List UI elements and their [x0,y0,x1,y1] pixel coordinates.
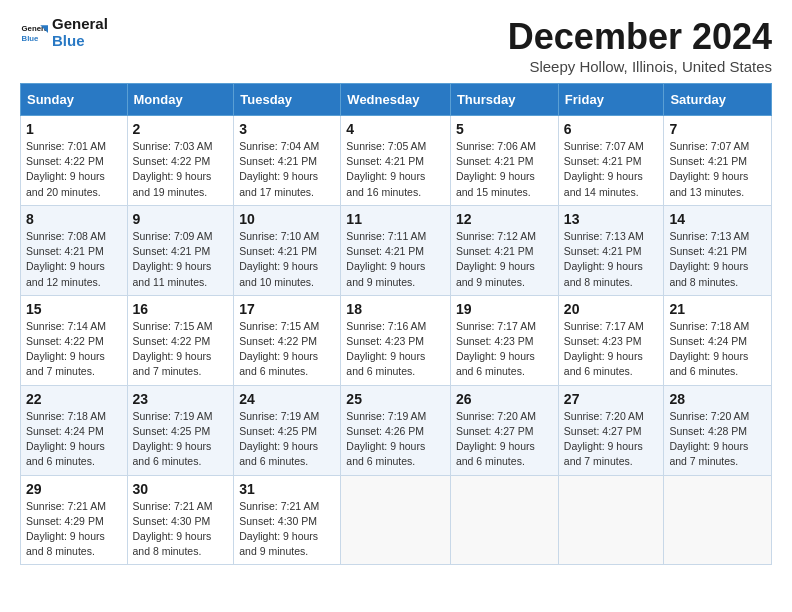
day-header-tuesday: Tuesday [234,84,341,116]
logo-icon: General Blue [20,19,48,47]
calendar-cell: 2Sunrise: 7:03 AMSunset: 4:22 PMDaylight… [127,116,234,206]
day-detail: Sunrise: 7:14 AMSunset: 4:22 PMDaylight:… [26,319,122,380]
day-number: 14 [669,211,766,227]
calendar-cell: 1Sunrise: 7:01 AMSunset: 4:22 PMDaylight… [21,116,128,206]
day-detail: Sunrise: 7:16 AMSunset: 4:23 PMDaylight:… [346,319,445,380]
day-detail: Sunrise: 7:11 AMSunset: 4:21 PMDaylight:… [346,229,445,290]
calendar-cell: 4Sunrise: 7:05 AMSunset: 4:21 PMDaylight… [341,116,451,206]
day-detail: Sunrise: 7:13 AMSunset: 4:21 PMDaylight:… [564,229,659,290]
calendar-cell [341,475,451,565]
calendar-week-4: 22Sunrise: 7:18 AMSunset: 4:24 PMDayligh… [21,385,772,475]
day-number: 16 [133,301,229,317]
calendar-cell: 19Sunrise: 7:17 AMSunset: 4:23 PMDayligh… [450,295,558,385]
day-number: 3 [239,121,335,137]
day-detail: Sunrise: 7:17 AMSunset: 4:23 PMDaylight:… [456,319,553,380]
day-detail: Sunrise: 7:03 AMSunset: 4:22 PMDaylight:… [133,139,229,200]
day-number: 29 [26,481,122,497]
day-number: 7 [669,121,766,137]
day-detail: Sunrise: 7:12 AMSunset: 4:21 PMDaylight:… [456,229,553,290]
day-number: 2 [133,121,229,137]
day-number: 12 [456,211,553,227]
day-number: 9 [133,211,229,227]
day-number: 30 [133,481,229,497]
day-detail: Sunrise: 7:09 AMSunset: 4:21 PMDaylight:… [133,229,229,290]
day-detail: Sunrise: 7:05 AMSunset: 4:21 PMDaylight:… [346,139,445,200]
day-number: 18 [346,301,445,317]
calendar-cell: 14Sunrise: 7:13 AMSunset: 4:21 PMDayligh… [664,205,772,295]
day-number: 6 [564,121,659,137]
day-number: 4 [346,121,445,137]
day-number: 11 [346,211,445,227]
day-number: 15 [26,301,122,317]
day-number: 24 [239,391,335,407]
calendar-cell: 15Sunrise: 7:14 AMSunset: 4:22 PMDayligh… [21,295,128,385]
day-number: 20 [564,301,659,317]
day-detail: Sunrise: 7:19 AMSunset: 4:25 PMDaylight:… [239,409,335,470]
day-number: 27 [564,391,659,407]
calendar-cell [558,475,664,565]
calendar-cell: 5Sunrise: 7:06 AMSunset: 4:21 PMDaylight… [450,116,558,206]
calendar-cell: 6Sunrise: 7:07 AMSunset: 4:21 PMDaylight… [558,116,664,206]
day-number: 17 [239,301,335,317]
day-detail: Sunrise: 7:15 AMSunset: 4:22 PMDaylight:… [133,319,229,380]
day-detail: Sunrise: 7:13 AMSunset: 4:21 PMDaylight:… [669,229,766,290]
day-detail: Sunrise: 7:10 AMSunset: 4:21 PMDaylight:… [239,229,335,290]
day-detail: Sunrise: 7:07 AMSunset: 4:21 PMDaylight:… [669,139,766,200]
day-header-saturday: Saturday [664,84,772,116]
day-number: 10 [239,211,335,227]
day-number: 31 [239,481,335,497]
day-detail: Sunrise: 7:15 AMSunset: 4:22 PMDaylight:… [239,319,335,380]
day-number: 22 [26,391,122,407]
calendar-week-2: 8Sunrise: 7:08 AMSunset: 4:21 PMDaylight… [21,205,772,295]
calendar-table: SundayMondayTuesdayWednesdayThursdayFrid… [20,83,772,565]
day-number: 26 [456,391,553,407]
day-detail: Sunrise: 7:08 AMSunset: 4:21 PMDaylight:… [26,229,122,290]
day-detail: Sunrise: 7:19 AMSunset: 4:26 PMDaylight:… [346,409,445,470]
day-number: 13 [564,211,659,227]
day-detail: Sunrise: 7:18 AMSunset: 4:24 PMDaylight:… [669,319,766,380]
day-header-monday: Monday [127,84,234,116]
day-number: 28 [669,391,766,407]
logo: General Blue General Blue [20,16,108,49]
calendar-cell: 18Sunrise: 7:16 AMSunset: 4:23 PMDayligh… [341,295,451,385]
svg-text:Blue: Blue [22,33,40,42]
calendar-cell: 27Sunrise: 7:20 AMSunset: 4:27 PMDayligh… [558,385,664,475]
title-block: December 2024 Sleepy Hollow, Illinois, U… [508,16,772,75]
calendar-week-3: 15Sunrise: 7:14 AMSunset: 4:22 PMDayligh… [21,295,772,385]
day-header-sunday: Sunday [21,84,128,116]
calendar-cell: 25Sunrise: 7:19 AMSunset: 4:26 PMDayligh… [341,385,451,475]
day-header-thursday: Thursday [450,84,558,116]
day-detail: Sunrise: 7:01 AMSunset: 4:22 PMDaylight:… [26,139,122,200]
calendar-cell: 31Sunrise: 7:21 AMSunset: 4:30 PMDayligh… [234,475,341,565]
day-detail: Sunrise: 7:21 AMSunset: 4:29 PMDaylight:… [26,499,122,560]
logo-line1: General [52,16,108,33]
day-detail: Sunrise: 7:19 AMSunset: 4:25 PMDaylight:… [133,409,229,470]
calendar-cell: 23Sunrise: 7:19 AMSunset: 4:25 PMDayligh… [127,385,234,475]
day-number: 8 [26,211,122,227]
calendar-cell: 11Sunrise: 7:11 AMSunset: 4:21 PMDayligh… [341,205,451,295]
day-detail: Sunrise: 7:07 AMSunset: 4:21 PMDaylight:… [564,139,659,200]
day-detail: Sunrise: 7:21 AMSunset: 4:30 PMDaylight:… [133,499,229,560]
calendar-cell: 22Sunrise: 7:18 AMSunset: 4:24 PMDayligh… [21,385,128,475]
calendar-header: SundayMondayTuesdayWednesdayThursdayFrid… [21,84,772,116]
calendar-cell: 12Sunrise: 7:12 AMSunset: 4:21 PMDayligh… [450,205,558,295]
calendar-cell: 17Sunrise: 7:15 AMSunset: 4:22 PMDayligh… [234,295,341,385]
calendar-week-5: 29Sunrise: 7:21 AMSunset: 4:29 PMDayligh… [21,475,772,565]
day-detail: Sunrise: 7:20 AMSunset: 4:27 PMDaylight:… [456,409,553,470]
day-number: 19 [456,301,553,317]
calendar-cell: 30Sunrise: 7:21 AMSunset: 4:30 PMDayligh… [127,475,234,565]
day-detail: Sunrise: 7:17 AMSunset: 4:23 PMDaylight:… [564,319,659,380]
month-title: December 2024 [508,16,772,58]
day-header-wednesday: Wednesday [341,84,451,116]
page-header: General Blue General Blue December 2024 … [20,16,772,75]
day-number: 1 [26,121,122,137]
calendar-cell: 13Sunrise: 7:13 AMSunset: 4:21 PMDayligh… [558,205,664,295]
day-detail: Sunrise: 7:04 AMSunset: 4:21 PMDaylight:… [239,139,335,200]
calendar-cell: 8Sunrise: 7:08 AMSunset: 4:21 PMDaylight… [21,205,128,295]
day-number: 5 [456,121,553,137]
calendar-cell: 20Sunrise: 7:17 AMSunset: 4:23 PMDayligh… [558,295,664,385]
logo-line2: Blue [52,33,108,50]
day-number: 25 [346,391,445,407]
calendar-cell: 28Sunrise: 7:20 AMSunset: 4:28 PMDayligh… [664,385,772,475]
calendar-week-1: 1Sunrise: 7:01 AMSunset: 4:22 PMDaylight… [21,116,772,206]
